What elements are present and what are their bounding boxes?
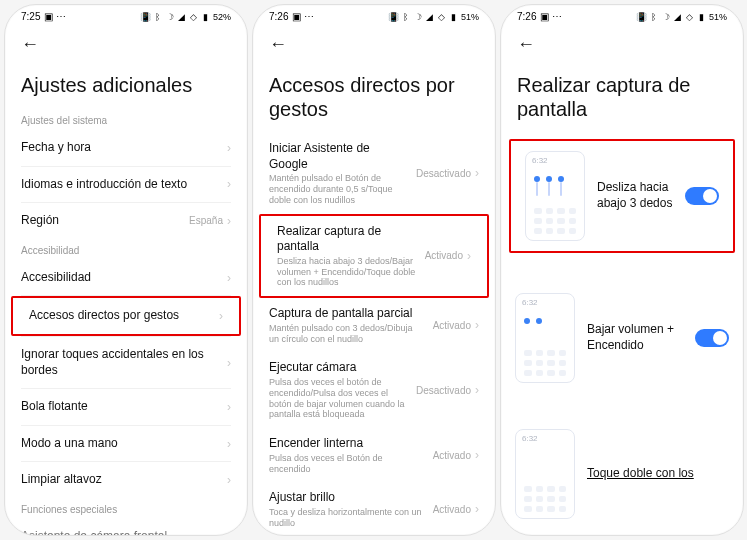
gesture-row[interactable]: Iniciar Asistente de GoogleMantén pulsad… xyxy=(253,133,495,214)
chevron-right-icon: › xyxy=(219,309,223,323)
page-title: Realizar captura de pantalla xyxy=(501,63,743,133)
chevron-right-icon: › xyxy=(227,400,231,414)
gesture-illustration: 6:32 xyxy=(515,429,575,519)
gesture-row[interactable]: Captura de pantalla parcialMantén pulsad… xyxy=(253,298,495,352)
back-icon[interactable]: ← xyxy=(265,32,291,57)
gesture-illustration: 6:32 xyxy=(515,293,575,383)
notification-icon: ▣ xyxy=(291,12,301,22)
status-bar: 7:26 ▣ ⋯ 📳 ᛒ ☽ ◢ ◇ ▮ 51% xyxy=(253,5,495,26)
row-subtitle: Pulsa dos veces el Botón de encendido xyxy=(269,453,425,475)
row-idiomas[interactable]: Idiomas e introducción de texto › xyxy=(5,167,247,203)
row-accesos-gestos[interactable]: Accesos directos por gestos › xyxy=(13,298,239,334)
row-accesibilidad[interactable]: Accesibilidad › xyxy=(5,260,247,296)
battery-icon: ▮ xyxy=(697,12,707,22)
row-modo-una-mano[interactable]: Modo a una mano › xyxy=(5,426,247,462)
back-icon[interactable]: ← xyxy=(17,32,43,57)
section-label-special: Funciones especiales xyxy=(5,498,247,519)
notification-icon: ▣ xyxy=(43,12,53,22)
row-subtitle: Pulsa dos veces el botón de encendido/Pu… xyxy=(269,377,408,420)
row-title: Iniciar Asistente de Google xyxy=(269,141,408,172)
row-ignorar-toques[interactable]: Ignorar toques accidentales en los borde… xyxy=(5,337,247,388)
chevron-right-icon: › xyxy=(227,437,231,451)
gesture-row[interactable]: Ejecutar cámaraPulsa dos veces el botón … xyxy=(253,352,495,428)
row-subtitle: Mantén pulsado con 3 dedos/Dibuja un cír… xyxy=(269,323,425,345)
row-subtitle: Mantén pulsado el Botón de encendido dur… xyxy=(269,173,408,205)
signal-icon: ◢ xyxy=(177,12,187,22)
row-title: Ajustar brillo xyxy=(269,490,425,506)
row-value: Desactivado xyxy=(416,168,471,179)
header: ← xyxy=(5,26,247,63)
gesture-option: 6:32Toque doble con los xyxy=(501,419,743,529)
gesture-option: 6:32Bajar volumen + Encendido xyxy=(501,283,743,393)
battery-icon: ▮ xyxy=(201,12,211,22)
section-label-system: Ajustes del sistema xyxy=(5,109,247,130)
phone-screen-3: 7:26 ▣ ⋯ 📳 ᛒ ☽ ◢ ◇ ▮ 51% ← Realizar capt… xyxy=(500,4,744,536)
back-icon[interactable]: ← xyxy=(513,32,539,57)
chevron-right-icon: › xyxy=(227,271,231,285)
highlight-box: Accesos directos por gestos › xyxy=(11,296,241,336)
dots-icon: ⋯ xyxy=(552,12,562,22)
chevron-right-icon: › xyxy=(475,166,479,180)
row-value: Activado xyxy=(433,320,471,331)
phone-screen-1: 7:25 ▣ ⋯ 📳 ᛒ ☽ ◢ ◇ ▮ 52% ← Ajustes adici… xyxy=(4,4,248,536)
bluetooth-icon: ᛒ xyxy=(401,12,411,22)
dots-icon: ⋯ xyxy=(304,12,314,22)
vibrate-icon: 📳 xyxy=(637,12,647,22)
gesture-row[interactable]: Encender linternaPulsa dos veces el Botó… xyxy=(253,428,495,482)
row-title: Ejecutar cámara xyxy=(269,360,408,376)
header: ← xyxy=(253,26,495,63)
gesture-label: Toque doble con los xyxy=(587,466,729,482)
chevron-right-icon: › xyxy=(475,318,479,332)
bluetooth-icon: ᛒ xyxy=(153,12,163,22)
status-bar: 7:25 ▣ ⋯ 📳 ᛒ ☽ ◢ ◇ ▮ 52% xyxy=(5,5,247,26)
gesture-option: 6:32Desliza hacia abajo 3 dedos xyxy=(511,141,733,251)
row-cutoff[interactable]: Asistente de cámara frontal xyxy=(5,519,247,535)
status-time: 7:25 xyxy=(21,11,40,22)
row-limpiar-altavoz[interactable]: Limpiar altavoz › xyxy=(5,462,247,498)
row-title: Encender linterna xyxy=(269,436,425,452)
vibrate-icon: 📳 xyxy=(389,12,399,22)
page-title: Ajustes adicionales xyxy=(5,63,247,109)
notification-icon: ▣ xyxy=(539,12,549,22)
chevron-right-icon: › xyxy=(227,214,231,228)
dnd-icon: ☽ xyxy=(413,12,423,22)
chevron-right-icon: › xyxy=(227,141,231,155)
battery-text: 51% xyxy=(709,12,727,22)
row-subtitle: Desliza hacia abajo 3 dedos/Bajar volume… xyxy=(277,256,417,288)
gesture-row[interactable]: Realizar captura de pantallaDesliza haci… xyxy=(261,216,487,297)
chevron-right-icon: › xyxy=(227,356,231,370)
chevron-right-icon: › xyxy=(475,383,479,397)
chevron-right-icon: › xyxy=(475,502,479,516)
highlight-box: Realizar captura de pantallaDesliza haci… xyxy=(259,214,489,299)
row-value: Activado xyxy=(425,250,463,261)
signal-icon: ◢ xyxy=(425,12,435,22)
gesture-label: Bajar volumen + Encendido xyxy=(587,322,683,353)
header: ← xyxy=(501,26,743,63)
vibrate-icon: 📳 xyxy=(141,12,151,22)
row-region[interactable]: Región España› xyxy=(5,203,247,239)
row-title: Realizar captura de pantalla xyxy=(277,224,417,255)
section-label-accessibility: Accesibilidad xyxy=(5,239,247,260)
status-time: 7:26 xyxy=(517,11,536,22)
row-bola-flotante[interactable]: Bola flotante › xyxy=(5,389,247,425)
chevron-right-icon: › xyxy=(227,473,231,487)
signal-icon: ◢ xyxy=(673,12,683,22)
gesture-row[interactable]: Ajustar brilloToca y desliza horizontalm… xyxy=(253,482,495,535)
battery-text: 52% xyxy=(213,12,231,22)
wifi-icon: ◇ xyxy=(437,12,447,22)
battery-text: 51% xyxy=(461,12,479,22)
dnd-icon: ☽ xyxy=(661,12,671,22)
row-value: Activado xyxy=(433,450,471,461)
toggle-switch[interactable] xyxy=(685,187,719,205)
bluetooth-icon: ᛒ xyxy=(649,12,659,22)
wifi-icon: ◇ xyxy=(189,12,199,22)
chevron-right-icon: › xyxy=(475,448,479,462)
gesture-illustration: 6:32 xyxy=(525,151,585,241)
row-subtitle: Toca y desliza horizontalmente con un nu… xyxy=(269,507,425,529)
phone-screen-2: 7:26 ▣ ⋯ 📳 ᛒ ☽ ◢ ◇ ▮ 51% ← Accesos direc… xyxy=(252,4,496,536)
chevron-right-icon: › xyxy=(227,177,231,191)
gesture-label: Desliza hacia abajo 3 dedos xyxy=(597,180,673,211)
row-fecha-hora[interactable]: Fecha y hora › xyxy=(5,130,247,166)
toggle-switch[interactable] xyxy=(695,329,729,347)
status-time: 7:26 xyxy=(269,11,288,22)
